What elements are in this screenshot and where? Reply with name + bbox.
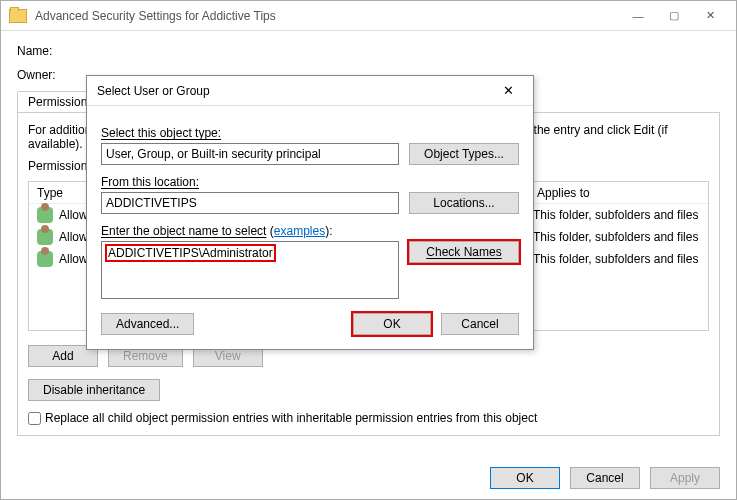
apply-button[interactable]: Apply [650, 467, 720, 489]
dialog-ok-button[interactable]: OK [353, 313, 431, 335]
check-names-button[interactable]: Check Names [409, 241, 519, 263]
user-icon [37, 207, 53, 223]
dialog-titlebar: Select User or Group ✕ [87, 76, 533, 106]
row-applies: This folder, subfolders and files [533, 208, 708, 222]
select-user-group-dialog: Select User or Group ✕ Select this objec… [86, 75, 534, 350]
advanced-security-window: Advanced Security Settings for Addictive… [0, 0, 737, 500]
owner-label: Owner: [17, 68, 67, 82]
location-input[interactable] [101, 192, 399, 214]
titlebar: Advanced Security Settings for Addictive… [1, 1, 736, 31]
window-controls: — ▢ ✕ [620, 2, 728, 30]
object-types-button[interactable]: Object Types... [409, 143, 519, 165]
window-title: Advanced Security Settings for Addictive… [35, 9, 620, 23]
advanced-button[interactable]: Advanced... [101, 313, 194, 335]
replace-child-checkbox[interactable] [28, 412, 41, 425]
replace-child-label: Replace all child object permission entr… [45, 411, 537, 425]
cancel-button[interactable]: Cancel [570, 467, 640, 489]
name-label: Name: [17, 44, 67, 58]
dialog-title: Select User or Group [97, 84, 493, 98]
object-name-value-highlight: ADDICTIVETIPS\Administrator [105, 244, 276, 262]
col-type[interactable]: Type [29, 186, 84, 200]
locations-button[interactable]: Locations... [409, 192, 519, 214]
footer-buttons: OK Cancel Apply [490, 467, 720, 489]
object-type-input[interactable] [101, 143, 399, 165]
row-applies: This folder, subfolders and files [533, 252, 708, 266]
maximize-button[interactable]: ▢ [656, 2, 692, 30]
user-icon [37, 251, 53, 267]
folder-icon [9, 9, 27, 23]
examples-link[interactable]: examples [274, 224, 325, 238]
dialog-cancel-button[interactable]: Cancel [441, 313, 519, 335]
close-icon[interactable]: ✕ [493, 78, 523, 104]
disable-inheritance-button[interactable]: Disable inheritance [28, 379, 160, 401]
object-type-label: Select this object type: [101, 126, 221, 140]
object-name-field[interactable]: ADDICTIVETIPS\Administrator [101, 241, 399, 299]
user-icon [37, 229, 53, 245]
ok-button[interactable]: OK [490, 467, 560, 489]
col-applies[interactable]: Applies to [529, 186, 699, 200]
location-label: From this location: [101, 175, 199, 189]
window-body: Name: Owner: Permissions For additional … [1, 31, 736, 499]
close-button[interactable]: ✕ [692, 2, 728, 30]
minimize-button[interactable]: — [620, 2, 656, 30]
object-name-label: Enter the object name to select [101, 224, 266, 238]
row-applies: This folder, subfolders and files [533, 230, 708, 244]
